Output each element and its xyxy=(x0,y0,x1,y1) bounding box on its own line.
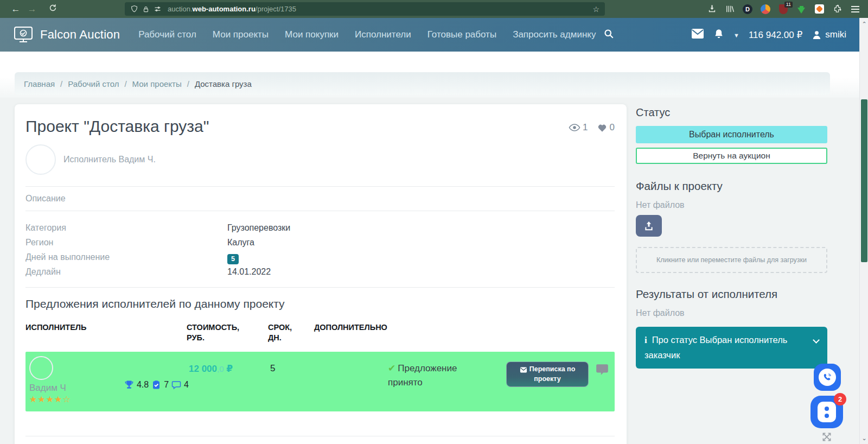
extension-orange-icon[interactable] xyxy=(814,4,825,15)
user-icon xyxy=(812,30,822,40)
bookmark-star-icon[interactable]: ☆ xyxy=(592,5,599,14)
reviews-icon xyxy=(171,380,181,390)
breadcrumb-separator: / xyxy=(60,79,62,88)
deals-icon xyxy=(151,380,161,390)
offer-avatar[interactable] xyxy=(29,356,53,380)
offer-performer-name[interactable]: Вадим Ч xyxy=(29,383,124,394)
username: smiki xyxy=(825,29,846,40)
eye-icon xyxy=(569,122,580,134)
status-value-button[interactable]: Выбран исполнитель xyxy=(636,126,827,143)
monitor-logo-icon xyxy=(13,26,34,43)
address-bar[interactable]: auction.web-automation.ru/project/1735 ☆ xyxy=(125,2,605,16)
file-dropzone[interactable]: Кликните или переместите файлы для загру… xyxy=(636,247,827,273)
nav-item-my-purchases[interactable]: Мои покупки xyxy=(285,29,339,40)
savefrom-icon[interactable] xyxy=(796,4,807,15)
deals-count: 7 xyxy=(164,380,169,390)
breadcrumb-current: Доставка груза xyxy=(195,79,252,88)
page-scrollbar[interactable]: ⌃ ⌄ xyxy=(859,18,868,444)
project-fields: Категория Грузоперевозки Регион Калуга Д… xyxy=(25,220,615,279)
browser-extensions: D 11 xyxy=(706,0,860,18)
project-messages-button[interactable]: Переписка по проекту xyxy=(506,361,589,387)
notifications-caret-icon[interactable]: ▼ xyxy=(733,32,739,39)
likes-counter[interactable]: 0 xyxy=(597,122,615,133)
permissions-icon[interactable] xyxy=(154,5,162,13)
upload-button[interactable] xyxy=(636,215,662,237)
heart-icon xyxy=(597,123,608,133)
breadcrumb-separator: / xyxy=(187,79,189,88)
col-performer: ИСПОЛНИТЕЛЬ xyxy=(25,322,187,343)
project-counters: 1 0 xyxy=(569,117,615,134)
browser-window: ← → auction.web-automation.ru/project/17… xyxy=(0,0,868,444)
sidebar: Статус Выбран исполнитель Вернуть на аук… xyxy=(636,106,827,369)
status-heading: Статус xyxy=(636,106,827,119)
field-region: Регион Калуга xyxy=(25,235,615,250)
search-icon[interactable] xyxy=(603,28,614,41)
check-icon: ✔ xyxy=(388,363,395,373)
messages-icon[interactable] xyxy=(691,28,704,41)
likes-count: 0 xyxy=(610,122,615,133)
scroll-up-icon[interactable]: ⌃ xyxy=(861,21,867,27)
brand-logo[interactable]: Falcon Auction xyxy=(13,26,120,43)
field-deadline: Дедлайн 14.01.2022 xyxy=(25,264,615,279)
chevron-down-icon xyxy=(813,337,820,344)
page-title: Проект "Доставка груза" xyxy=(25,117,209,136)
nav-item-request-admin[interactable]: Запросить админку xyxy=(513,29,596,40)
extension-color-icon[interactable] xyxy=(760,4,771,15)
site-navbar: Falcon Auction Рабочий стол Мои проекты … xyxy=(0,18,859,52)
lock-icon[interactable] xyxy=(142,5,150,13)
viber-button[interactable] xyxy=(814,364,841,391)
status-info-text: Про статус Выбран исполнитель заказчик xyxy=(644,335,787,360)
breadcrumb-home[interactable]: Главная xyxy=(24,79,55,88)
nav-item-my-projects[interactable]: Мои проекты xyxy=(213,29,269,40)
nav-item-performers[interactable]: Исполнители xyxy=(355,29,411,40)
info-icon: i xyxy=(644,335,647,345)
menu-icon[interactable] xyxy=(850,4,860,15)
breadcrumb-my-projects[interactable]: Мои проекты xyxy=(132,79,182,88)
back-button[interactable]: ← xyxy=(8,4,24,15)
breadcrumb-desktop[interactable]: Рабочий стол xyxy=(68,79,119,88)
nav-item-finished-works[interactable]: Готовые работы xyxy=(427,29,496,40)
navbar-right: ▼ 116 942.00 ₽ smiki xyxy=(691,28,846,42)
views-counter: 1 xyxy=(569,122,588,134)
offer-status: ✔Предложение принято xyxy=(388,361,491,390)
puzzle-icon[interactable] xyxy=(832,4,843,15)
notifications-bell-icon[interactable] xyxy=(713,28,724,42)
performer-avatar xyxy=(25,144,56,175)
url-text[interactable]: auction.web-automation.ru/project/1735 xyxy=(168,5,296,13)
user-menu[interactable]: smiki xyxy=(812,29,846,40)
offer-price: 12 000,0 ₽ xyxy=(189,356,270,407)
scrollbar-thumb[interactable] xyxy=(861,99,867,262)
chat-bubble-icon[interactable] xyxy=(595,363,609,379)
rating-stars[interactable]: ★★★★☆ xyxy=(29,394,124,404)
library-icon[interactable] xyxy=(724,4,735,15)
breadcrumb: Главная / Рабочий стол / Мои проекты / Д… xyxy=(15,72,830,95)
performer-stats: 4.8 7 4 xyxy=(124,363,189,407)
return-to-auction-button[interactable]: Вернуть на аукцион xyxy=(636,148,827,164)
col-term: СРОК,ДН. xyxy=(268,322,314,343)
project-card: Проект "Доставка груза" 1 0 Исполнитель … xyxy=(15,104,627,444)
results-heading: Результаты от исполнителя xyxy=(636,288,827,301)
download-icon[interactable] xyxy=(706,4,717,15)
balance-amount[interactable]: 116 942.00 ₽ xyxy=(749,29,802,41)
offer-term: 5 xyxy=(270,356,316,407)
move-widget-icon[interactable] xyxy=(821,432,832,444)
description-label: Описание xyxy=(25,194,615,204)
forward-button[interactable]: → xyxy=(24,4,40,15)
offers-heading: Предложения исполнителей по данному прое… xyxy=(25,297,615,310)
offers-table-header: ИСПОЛНИТЕЛЬ СТОИМОСТЬ,РУБ. СРОК,ДН. ДОПО… xyxy=(25,322,615,343)
col-extra: ДОПОЛНИТЕЛЬНО xyxy=(314,322,615,343)
adblock-icon[interactable]: 11 xyxy=(778,4,789,15)
shield-icon[interactable] xyxy=(130,5,138,13)
support-chat-button[interactable]: 2 xyxy=(810,396,843,428)
scroll-down-icon[interactable]: ⌄ xyxy=(861,435,867,441)
project-files-heading: Файлы к проекту xyxy=(636,180,827,193)
refresh-button[interactable] xyxy=(44,4,61,15)
views-count: 1 xyxy=(583,122,588,133)
status-info-panel[interactable]: iПро статус Выбран исполнитель заказчик xyxy=(636,327,827,369)
files-empty-label: Нет файлов xyxy=(636,200,827,210)
nav-item-desktop[interactable]: Рабочий стол xyxy=(138,29,196,40)
rating-value: 4.8 xyxy=(137,380,149,390)
breadcrumb-separator: / xyxy=(124,79,126,88)
field-days: Дней на выполнение 5 xyxy=(25,250,615,264)
extension-d-icon[interactable]: D xyxy=(742,4,753,15)
